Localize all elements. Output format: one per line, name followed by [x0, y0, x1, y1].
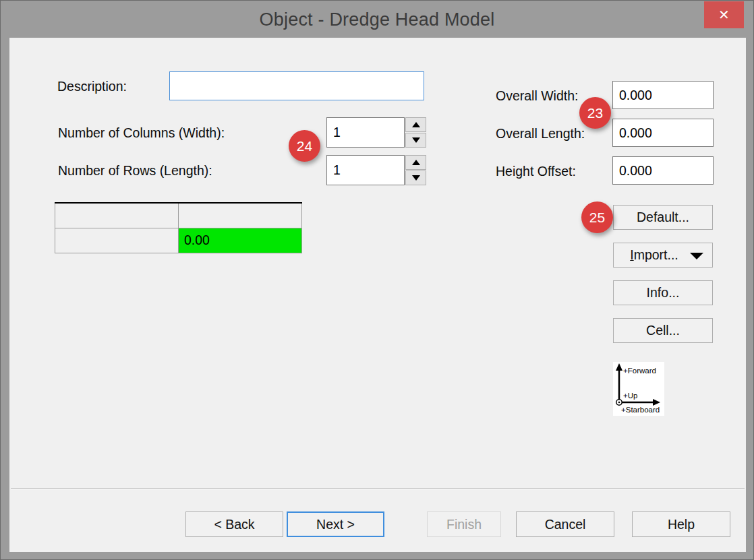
spin-down-icon [412, 175, 420, 181]
columns-input[interactable] [326, 117, 405, 148]
description-input[interactable] [169, 71, 424, 100]
columns-spin-down-button[interactable] [405, 133, 426, 148]
overall-length-input[interactable] [612, 119, 714, 147]
columns-label: Number of Columns (Width): [58, 125, 225, 141]
cancel-button-label: Cancel [545, 517, 586, 532]
overall-width-label: Overall Width: [496, 88, 578, 104]
info-button-label: Info... [647, 285, 680, 301]
dialog-content: Description: Number of Columns (Width): … [9, 38, 746, 552]
close-icon: ✕ [718, 7, 730, 23]
cell-grid: 0.00 [55, 202, 302, 253]
description-label: Description: [57, 79, 127, 94]
rows-input[interactable] [326, 155, 405, 185]
import-button[interactable]: Import... [613, 243, 713, 268]
rows-spin-up-button[interactable] [405, 155, 426, 170]
columns-spin-up-button[interactable] [405, 117, 426, 132]
grid-data-row: 0.00 [55, 228, 302, 253]
axis-forward-label: +Forward [623, 367, 656, 375]
axis-diagram-icon: +Forward +Up +Starboard [613, 362, 664, 416]
height-offset-input[interactable] [612, 156, 714, 185]
axis-orientation-diagram: +Forward +Up +Starboard [613, 362, 664, 416]
cell-button-label: Cell... [646, 323, 680, 338]
dialog-window: Object - Dredge Head Model ✕ Description… [0, 0, 754, 560]
grid-row-header-cell[interactable] [55, 228, 179, 253]
close-button[interactable]: ✕ [704, 1, 744, 28]
cancel-button[interactable]: Cancel [516, 511, 614, 537]
annotation-badge-24: 24 [289, 130, 320, 162]
spin-up-icon [412, 122, 420, 127]
grid-header-row [55, 203, 302, 228]
overall-width-input[interactable] [612, 81, 714, 109]
import-button-label: Import... [630, 247, 696, 263]
help-button[interactable]: Help [632, 511, 730, 537]
import-label-rest: mport... [634, 247, 678, 262]
annotation-badge-23: 23 [579, 97, 611, 129]
dialog-title: Object - Dredge Head Model [1, 9, 753, 30]
finish-button[interactable]: Finish [427, 511, 501, 537]
default-button-label: Default... [637, 210, 689, 225]
annotation-badge-25: 25 [581, 201, 613, 233]
back-button[interactable]: < Back [185, 511, 283, 537]
rows-spin-down-button[interactable] [405, 170, 426, 185]
overall-length-label: Overall Length: [496, 126, 585, 142]
finish-button-label: Finish [446, 517, 482, 532]
grid-selected-cell[interactable]: 0.00 [179, 228, 302, 253]
axis-starboard-label: +Starboard [621, 406, 660, 414]
arrow-up-icon [616, 363, 622, 371]
spin-up-icon [412, 160, 420, 165]
info-button[interactable]: Info... [613, 280, 713, 305]
grid-corner-cell[interactable] [55, 203, 179, 228]
next-button-label: Next > [316, 517, 355, 532]
height-offset-label: Height Offset: [496, 164, 576, 179]
rows-label: Number of Rows (Length): [58, 163, 212, 179]
dropdown-arrow-icon [690, 253, 703, 259]
separator [11, 489, 745, 490]
help-button-label: Help [668, 517, 695, 532]
axis-up-label: +Up [623, 392, 637, 400]
arrow-right-icon [653, 399, 660, 406]
spin-down-icon [412, 137, 420, 143]
titlebar: Object - Dredge Head Model ✕ [1, 1, 753, 38]
back-button-label: < Back [214, 517, 254, 532]
next-button[interactable]: Next > [287, 511, 384, 537]
grid-column-header-cell[interactable] [179, 203, 302, 228]
cell-button[interactable]: Cell... [613, 318, 713, 343]
default-button[interactable]: Default... [613, 205, 713, 230]
